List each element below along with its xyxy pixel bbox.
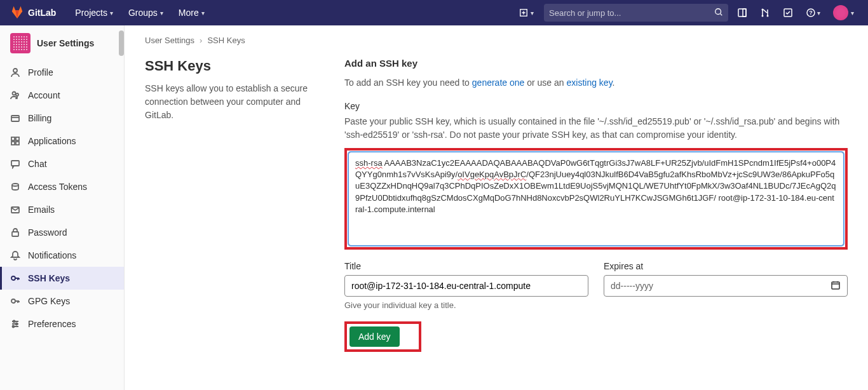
svg-point-10 [13,69,17,72]
svg-point-19 [12,184,18,186]
svg-point-24 [13,321,15,323]
navbar-right: ▾ ?▾ ▾ [514,1,858,24]
help-icon[interactable]: ?▾ [802,4,824,22]
profile-icon [10,67,20,77]
sidebar-item-account[interactable]: Account [0,84,124,107]
search-input[interactable] [549,8,714,18]
right-column: Add an SSH key To add an SSH key you nee… [344,58,848,352]
sidebar-header: User Settings [0,25,124,61]
sidebar-item-label: GPG Keys [28,296,70,306]
chevron-down-icon: ▾ [817,10,820,17]
chat-icon [10,159,20,169]
nav-groups[interactable]: Groups▾ [122,3,170,23]
todos-icon[interactable] [779,4,797,22]
existing-key-link[interactable]: existing key [567,77,613,88]
sidebar-title: User Settings [37,38,94,48]
user-menu[interactable]: ▾ [829,1,858,24]
prefs-icon [10,319,20,329]
sidebar-item-label: Preferences [28,319,76,329]
page-subtitle: SSH keys allow you to establish a secure… [145,82,329,122]
key-help-text: Paste your public SSH key, which is usua… [344,115,848,142]
svg-point-5 [767,15,769,17]
email-icon [10,205,20,215]
chevron-down-icon: ▾ [110,10,113,17]
sidebar-item-password[interactable]: Password [0,221,124,244]
submit-highlight: Add key [344,321,421,352]
issues-icon[interactable] [733,4,751,22]
user-avatar [10,33,31,53]
lock-icon [10,227,20,238]
svg-text:?: ? [809,10,813,16]
sidebar-item-label: Profile [28,67,53,77]
key-icon [10,273,20,283]
sidebar-item-label: Chat [28,159,47,169]
svg-rect-21 [12,232,18,236]
title-label: Title [344,261,588,271]
svg-rect-13 [11,116,19,121]
search-box[interactable] [544,4,728,22]
svg-rect-3 [743,9,746,17]
gitlab-icon [10,5,24,21]
chevron-down-icon: ▾ [160,10,163,17]
sidebar-item-label: Emails [28,205,55,215]
nav-projects[interactable]: Projects▾ [69,3,119,23]
sidebar-item-label: Password [28,227,67,238]
nav-more[interactable]: More▾ [172,3,211,23]
svg-point-11 [13,92,16,95]
sidebar-item-label: Account [28,90,60,100]
scrollbar-thumb[interactable] [119,30,124,56]
title-input[interactable] [344,275,588,297]
form-heading: Add an SSH key [344,58,848,69]
main-content: User Settings › SSH Keys SSH Keys SSH ke… [125,25,868,390]
chevron-down-icon: ▾ [531,10,534,17]
sidebar-item-label: SSH Keys [28,273,70,283]
sidebar-item-ssh-keys[interactable]: SSH Keys [0,267,124,290]
sidebar-item-label: Applications [28,136,76,146]
add-key-button[interactable]: Add key [349,326,400,347]
svg-rect-14 [11,137,15,140]
svg-point-23 [11,299,15,303]
key-textarea[interactable]: ssh-rsa AAAAB3NzaC1yc2EAAAADAQABAAABAQDV… [348,152,844,246]
svg-rect-2 [738,9,746,17]
svg-rect-15 [16,137,19,140]
content-row: SSH Keys SSH keys allow you to establish… [145,58,848,352]
expires-column: Expires at dd-----yyyy [604,261,848,310]
sidebar-item-gpg-keys[interactable]: GPG Keys [0,290,124,313]
merge-requests-icon[interactable] [756,4,774,22]
token-icon [10,182,20,192]
navbar-left: GitLab Projects▾ Groups▾ More▾ [10,3,211,23]
generate-key-link[interactable]: generate one [472,77,525,88]
new-button[interactable]: ▾ [514,6,539,20]
chevron-down-icon: ▾ [851,10,854,17]
key-label: Key [344,101,848,111]
gitlab-logo[interactable]: GitLab [10,5,56,21]
sidebar-item-notifications[interactable]: Notifications [0,244,124,267]
sidebar: User Settings ProfileAccountBillingAppli… [0,25,125,390]
sidebar-item-billing[interactable]: Billing [0,107,124,130]
sidebar-item-access-tokens[interactable]: Access Tokens [0,175,124,198]
form-intro: To add an SSH key you need to generate o… [344,76,848,90]
page-title: SSH Keys [145,58,329,74]
svg-point-6 [762,15,764,17]
key-textarea-highlight: ssh-rsa AAAAB3NzaC1yc2EAAAADAQABAAABAQDV… [344,148,848,250]
sidebar-item-applications[interactable]: Applications [0,130,124,152]
sidebar-item-chat[interactable]: Chat [0,152,124,175]
avatar-icon [833,5,848,20]
expires-placeholder: dd-----yyyy [611,281,653,291]
svg-rect-17 [16,142,19,145]
svg-rect-27 [832,282,839,289]
sidebar-item-preferences[interactable]: Preferences [0,313,124,335]
breadcrumb-current: SSH Keys [207,36,245,45]
sidebar-item-profile[interactable]: Profile [0,61,124,84]
title-column: Title Give your individual key a title. [344,261,588,310]
expires-input[interactable]: dd-----yyyy [604,275,848,297]
breadcrumb-root[interactable]: User Settings [145,36,194,45]
page-container: User Settings ProfileAccountBillingAppli… [0,25,868,390]
sidebar-item-label: Billing [28,113,51,123]
svg-point-1 [715,8,721,14]
svg-point-4 [762,9,764,11]
sidebar-item-emails[interactable]: Emails [0,198,124,221]
svg-point-26 [13,326,15,328]
calendar-icon [831,280,841,292]
svg-point-25 [16,323,18,325]
